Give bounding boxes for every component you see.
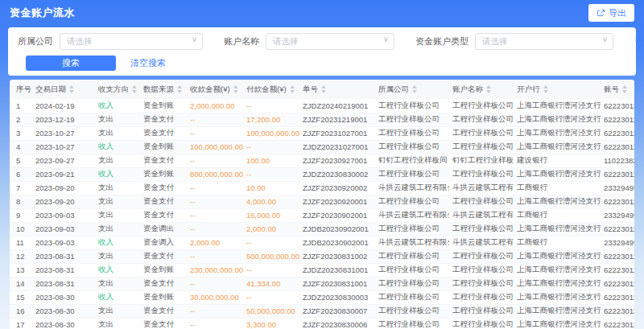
table-row[interactable]: 112023-09-03收入资金调入2,000.00--ZJDB20230902… [10,236,634,249]
chevron-down-icon: ∨ [602,35,608,43]
column-header[interactable]: 交易日期 [32,80,95,99]
sort-icon[interactable] [177,85,182,93]
table-cell: 工程行业样板公司 [375,113,449,126]
sort-icon[interactable] [69,85,74,93]
sort-icon[interactable] [290,85,295,93]
table-row[interactable]: 132023-08-31收入资金到账230,000,000.00--ZJDZ20… [10,263,634,277]
table-row[interactable]: 142023-08-31支出资金支付--41,334.00ZJZF2023083… [10,277,634,290]
table-cell: 斗拱云建筑工程有限公司 [449,181,514,195]
table-cell: 资金支付 [140,154,187,167]
table-cell: 2023-08-31 [32,277,95,290]
column-header[interactable]: 账号 [601,80,634,99]
table-cell: 上海工商银行漕河泾支行 [514,113,601,126]
sort-icon[interactable] [321,85,326,93]
table-cell: 上海工商银行漕河泾支行 [514,263,601,277]
sort-icon[interactable] [622,85,627,93]
table-row[interactable]: 62023-09-21收入资金到账800,000,000.00--ZJDZ202… [10,167,634,181]
table-cell: 工程行业样板公司 [375,249,449,263]
table-cell: 11 [10,236,32,249]
table-cell: 3 [10,126,32,140]
table-cell: 622230111 [601,277,634,290]
table-cell: 23329499 [601,208,634,222]
table-row[interactable]: 92023-09-03支出资金支付--16,000.00ZJZF20230902… [10,208,634,222]
page-title: 资金账户流水 [10,6,75,20]
table-cell: 支出 [95,222,140,236]
sort-icon[interactable] [543,85,548,93]
table-cell: 2023-09-20 [32,195,95,208]
table-cell: 12 [10,249,32,263]
filter-select[interactable]: 请选择 ∨ [266,33,394,50]
table-cell: 收入 [95,290,140,304]
table-cell: 资金支付 [140,126,187,140]
column-header[interactable]: 单号 [299,80,375,99]
export-button[interactable]: 导出 [588,4,634,22]
table-cell: -- [243,140,299,154]
sort-icon[interactable] [132,85,137,93]
table-cell: 622230111 [601,290,634,304]
filter-select[interactable]: 请选择 ∨ [60,33,203,50]
column-header[interactable]: 所属公司 [375,80,449,99]
expand-filters-link[interactable]: ∨ 展开筛选 [634,35,644,47]
column-header-label: 收支方向 [98,84,129,93]
table-row[interactable]: 152023-08-30收入资金到账30,000,000.00--ZJDZ202… [10,290,634,304]
table-cell: 工程行业样板公司 [449,277,514,290]
table-cell: 上海工商银行漕河泾支行 [514,290,601,304]
table-row[interactable]: 52023-09-27支出资金支付--100.00ZJZF20230927001… [10,154,634,167]
table-row[interactable]: 22023-12-19支出资金支付--17,200.00ZJZF20231219… [10,113,634,126]
table-cell: 工程行业样板公司 [375,195,449,208]
flow-table-card: 序号交易日期收支方向数据来源收款金额(¥)付款金额(¥)单号所属公司账户名称开户… [10,80,634,329]
table-cell: 资金到账 [140,99,187,113]
table-cell: 3,300.00 [243,318,299,329]
filter-select[interactable]: 请选择 ∨ [475,33,613,50]
table-cell: 资金调出 [140,222,187,236]
column-header[interactable]: 账户名称 [449,80,514,99]
table-cell: -- [187,318,243,329]
sort-icon[interactable] [412,85,417,93]
column-header[interactable]: 数据来源 [140,80,187,99]
table-row[interactable]: 12024-02-19收入资金到账2,000,000.00--ZJDZ20240… [10,99,634,113]
table-row[interactable]: 162023-08-30支出资金支付--50,000,000.00ZJZF202… [10,304,634,318]
table-cell: 工程行业样板公司 [375,140,449,154]
table-cell: 支出 [95,113,140,126]
table-row[interactable]: 72023-09-20支出资金支付--10.00ZJZF20230920002斗… [10,181,634,195]
table-cell: 工程行业样板公司 [375,277,449,290]
table-cell: 收入 [95,263,140,277]
table-cell: 上海工商银行漕河泾支行 [514,249,601,263]
table-row[interactable]: 172023-08-30支出资金支付--3,300.00ZJZF20230830… [10,318,634,329]
table-cell: 收入 [95,236,140,249]
column-header[interactable]: 收款金额(¥) [187,80,243,99]
sort-icon[interactable] [233,85,238,93]
column-header[interactable]: 收支方向 [95,80,140,99]
table-row[interactable]: 32023-10-27支出资金支付--100,000,000.00ZJZF202… [10,126,634,140]
table-row[interactable]: 82023-09-20支出资金支付--4,000.00ZJZF202309200… [10,195,634,208]
column-header[interactable]: 开户行 [514,80,601,99]
table-cell: 622230111 [601,99,634,113]
table-row[interactable]: 42023-10-27收入资金到账100,000,000.00--ZJDZ202… [10,140,634,154]
table-cell: 收入 [95,99,140,113]
filter-field: 账户名称 请选择 ∨ [224,33,394,50]
table-row[interactable]: 102023-09-03支出资金调出--2,000.00ZJDB20230902… [10,222,634,236]
column-header-label: 账号 [604,84,619,93]
table-cell: 资金到账 [140,290,187,304]
table-cell: 上海工商银行漕河泾支行 [514,277,601,290]
table-cell: 4 [10,140,32,154]
table-cell: -- [187,113,243,126]
search-button[interactable]: 搜索 [26,56,116,71]
clear-search-button[interactable]: 清空搜索 [130,57,166,69]
sort-icon[interactable] [486,85,491,93]
table-cell: 17 [10,318,32,329]
table-cell: 23329499 [601,181,634,195]
table-cell: -- [243,263,299,277]
table-cell: 支出 [95,318,140,329]
table-row[interactable]: 122023-08-31支出资金支付--500,000,000.00ZJZF20… [10,249,634,263]
column-header[interactable]: 付款金额(¥) [243,80,299,99]
table-cell: 工程行业样板公司 [449,195,514,208]
table-cell: ZJZF20231219001 [299,113,375,126]
table-cell: 钉钉工程行业样板间 [375,154,449,167]
table-cell: -- [187,181,243,195]
table-cell: ZJZF20230831001 [299,277,375,290]
column-header-label: 序号 [16,84,31,93]
table-cell: 斗拱云建筑工程有限公司 [375,208,449,222]
table-cell: 支出 [95,208,140,222]
table-cell: ZJDZ20230830003 [299,290,375,304]
